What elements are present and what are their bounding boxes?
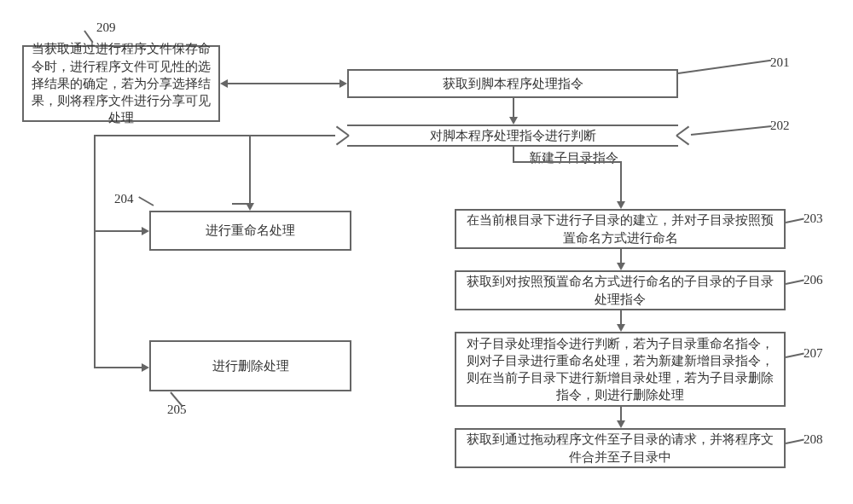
leader-202 — [691, 125, 772, 136]
leader-204 — [138, 196, 154, 206]
label-205: 205 — [167, 403, 187, 417]
conn-left-205 — [94, 367, 143, 368]
node-202: 对脚本程序处理指令进行判断 — [404, 125, 621, 147]
node-208: 获取到通过拖动程序文件至子目录的请求，并将程序文件合并至子目录中 — [455, 428, 786, 468]
conn-left-204 — [94, 230, 143, 232]
arrow-206-207 — [617, 324, 625, 332]
leader-207 — [786, 352, 804, 358]
label-208: 208 — [804, 432, 823, 447]
arrow-mid-204 — [246, 203, 254, 211]
conn-202-left — [94, 135, 335, 136]
leader-201 — [678, 60, 771, 74]
node-204: 进行重命名处理 — [149, 211, 351, 251]
node-205-text: 进行删除处理 — [212, 357, 289, 374]
conn-209-201 — [228, 83, 339, 84]
label-203: 203 — [804, 211, 823, 226]
node-201-text: 获取到脚本程序处理指令 — [443, 75, 583, 92]
node-207-text: 对子目录处理指令进行判断，若为子目录重命名指令，则对子目录进行重命名处理，若为新… — [463, 335, 777, 404]
node-202-text: 对脚本程序处理指令进行判断 — [430, 127, 596, 144]
arrow-201-right — [339, 79, 347, 88]
label-207: 207 — [804, 346, 823, 361]
label-209: 209 — [96, 20, 116, 35]
arrow-203-206 — [617, 263, 625, 270]
label-206: 206 — [804, 273, 823, 287]
leader-208 — [786, 438, 804, 444]
node-205: 进行删除处理 — [149, 340, 351, 391]
label-201: 201 — [770, 55, 790, 70]
node-203: 在当前根目录下进行子目录的建立，并对子目录按照预置命名方式进行命名 — [455, 209, 786, 249]
node-208-text: 获取到通过拖动程序文件至子目录的请求，并将程序文件合并至子目录中 — [463, 431, 777, 466]
label-204: 204 — [114, 192, 134, 206]
dec-right-top — [676, 135, 689, 145]
dec-right-bot — [676, 126, 689, 136]
conn-202-left-down — [94, 135, 96, 367]
node-204-text: 进行重命名处理 — [206, 222, 295, 239]
node-203-text: 在当前根目录下进行子目录的建立，并对子目录按照预置命名方式进行命名 — [463, 211, 777, 246]
leader-206 — [786, 279, 804, 285]
dec-left-bot — [336, 126, 350, 136]
node-206: 获取到对按照预置命名方式进行命名的子目录的子目录处理指令 — [455, 270, 786, 310]
dec-left-top — [336, 135, 350, 145]
arrow-202-203 — [617, 201, 625, 209]
conn-201-202 — [513, 98, 514, 119]
node-206-text: 获取到对按照预置命名方式进行命名的子目录的子目录处理指令 — [463, 273, 777, 308]
arrow-209-left — [220, 79, 228, 88]
conn-mid-down — [249, 135, 251, 205]
conn-202-203c — [620, 161, 622, 203]
conn-202-203 — [513, 147, 514, 161]
leader-203 — [786, 217, 804, 223]
node-209: 当获取通过进行程序文件保存命令时，进行程序文件可见性的选择结果的确定，若为分享选… — [22, 45, 220, 122]
arrow-204 — [142, 227, 149, 235]
node-209-text: 当获取通过进行程序文件保存命令时，进行程序文件可见性的选择结果的确定，若为分享选… — [31, 40, 212, 126]
dec-top — [347, 125, 678, 126]
branch-label: 新建子目录指令 — [529, 150, 618, 166]
label-202: 202 — [770, 119, 790, 133]
node-207: 对子目录处理指令进行判断，若为子目录重命名指令，则对子目录进行重命名处理，若为新… — [455, 332, 786, 407]
arrow-207-208 — [617, 420, 625, 428]
arrow-205 — [142, 363, 149, 372]
conn-202-203b — [513, 161, 622, 163]
node-201: 获取到脚本程序处理指令 — [347, 69, 678, 98]
arrow-201-202 — [509, 117, 518, 125]
